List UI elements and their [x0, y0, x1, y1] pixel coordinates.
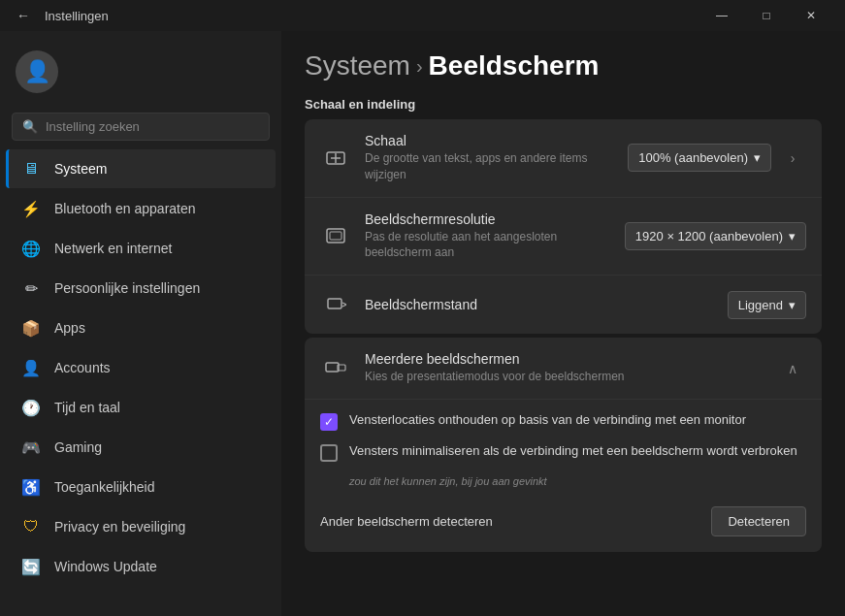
meerdere-text: Meerdere beeldschermen Kies de presentat… — [365, 351, 765, 385]
checkbox-vensters-minimaliseren-input[interactable] — [320, 444, 338, 462]
sidebar-item-label: Tijd en taal — [54, 400, 120, 415]
sidebar-item-persoonlijk[interactable]: ✏ Persoonlijke instellingen — [6, 269, 276, 308]
back-button[interactable]: ← — [12, 4, 35, 27]
accounts-icon: 👤 — [21, 358, 41, 377]
close-button[interactable]: ✕ — [789, 0, 833, 31]
netwerk-icon: 🌐 — [21, 239, 41, 258]
stand-value: Liggend — [738, 298, 783, 312]
stand-dropdown[interactable]: Liggend ▾ — [728, 291, 806, 319]
avatar: 👤 — [16, 50, 58, 93]
sidebar-item-bluetooth[interactable]: ⚡ Bluetooth en apparaten — [6, 189, 276, 228]
sidebar-item-label: Privacy en beveiliging — [54, 519, 185, 535]
schaal-arrow-right[interactable]: › — [779, 145, 806, 172]
detect-row: Ander beeldscherm detecteren Detecteren — [320, 499, 806, 540]
sidebar-item-apps[interactable]: 📦 Apps — [6, 308, 276, 347]
breadcrumb: Systeem › Beeldscherm — [305, 50, 822, 81]
display-settings-card: Schaal De grootte van tekst, apps en and… — [305, 119, 822, 334]
schaal-icon — [320, 143, 351, 174]
checkbox-unchecked-icon — [320, 444, 338, 462]
schaal-value: 100% (aanbevolen) — [638, 150, 748, 165]
checkbox-vensterlocaties-input[interactable]: ✓ — [320, 413, 338, 431]
sidebar-item-systeem[interactable]: 🖥 Systeem — [6, 149, 276, 188]
resolutie-control: 1920 × 1200 (aanbevolen) ▾ — [625, 222, 806, 250]
svg-rect-6 — [326, 363, 339, 372]
schaal-desc: De grootte van tekst, apps en andere ite… — [365, 150, 614, 183]
sidebar-nav: 🖥 Systeem ⚡ Bluetooth en apparaten 🌐 Net… — [0, 148, 281, 608]
app-title: Instellingen — [45, 9, 109, 23]
maximize-button[interactable]: □ — [744, 0, 789, 31]
detect-label: Ander beeldscherm detecteren — [320, 514, 493, 529]
resolutie-row: Beeldschermresolutie Pas de resolutie aa… — [305, 198, 822, 276]
meerdere-icon — [320, 353, 351, 384]
resolutie-dropdown[interactable]: 1920 × 1200 (aanbevolen) ▾ — [625, 222, 806, 250]
breadcrumb-parent: Systeem — [305, 50, 410, 81]
meerdere-body: ✓ Vensterlocaties onthouden op basis van… — [305, 400, 822, 552]
sidebar-item-label: Windows Update — [54, 559, 157, 574]
sidebar-item-windows-update[interactable]: 🔄 Windows Update — [6, 547, 276, 586]
schaal-dropdown[interactable]: 100% (aanbevolen) ▾ — [628, 144, 771, 172]
schaal-text: Schaal De grootte van tekst, apps en and… — [365, 133, 614, 183]
search-icon: 🔍 — [22, 119, 38, 134]
meerdere-label: Meerdere beeldschermen — [365, 351, 765, 367]
minimize-button[interactable]: — — [699, 0, 744, 31]
svg-rect-5 — [328, 299, 341, 308]
sidebar-item-netwerk[interactable]: 🌐 Netwerk en internet — [6, 229, 276, 268]
svg-rect-4 — [330, 232, 341, 240]
schaal-row: Schaal De grootte van tekst, apps en and… — [305, 119, 822, 198]
sidebar-user: 👤 — [0, 39, 281, 109]
stand-row: Beeldschermstand Liggend ▾ — [305, 276, 822, 334]
meerdere-header: Meerdere beeldschermen Kies de presentat… — [305, 338, 822, 400]
title-bar-left: ← Instellingen — [12, 4, 690, 27]
tooltip-text: zou dit het kunnen zijn, bij jou aan gev… — [320, 473, 806, 487]
checkbox-vensterlocaties: ✓ Vensterlocaties onthouden op basis van… — [320, 411, 806, 431]
bluetooth-icon: ⚡ — [21, 199, 41, 218]
checkbox-vensterlocaties-label: Vensterlocaties onthouden op basis van d… — [349, 411, 746, 429]
meerdere-section: Meerdere beeldschermen Kies de presentat… — [305, 338, 822, 552]
sidebar: 👤 🔍 🖥 Systeem ⚡ Bluetooth en apparaten 🌐… — [0, 31, 281, 616]
schaal-control: 100% (aanbevolen) ▾ › — [628, 144, 806, 172]
search-input[interactable] — [46, 119, 259, 134]
privacy-icon: 🛡 — [21, 517, 41, 536]
persoonlijk-icon: ✏ — [21, 278, 41, 298]
sidebar-item-label: Persoonlijke instellingen — [54, 280, 200, 296]
toegankelijkheid-icon: ♿ — [21, 477, 41, 497]
sidebar-item-privacy[interactable]: 🛡 Privacy en beveiliging — [6, 507, 276, 546]
resolutie-value: 1920 × 1200 (aanbevolen) — [635, 229, 783, 243]
schaal-label: Schaal — [365, 133, 614, 148]
chevron-down-icon: ▾ — [754, 150, 761, 165]
checkbox-vensters-minimaliseren: Vensters minimaliseren als de verbinding… — [320, 442, 806, 462]
systeem-icon: 🖥 — [21, 159, 41, 178]
sidebar-item-gaming[interactable]: 🎮 Gaming — [6, 428, 276, 467]
detect-button[interactable]: Detecteren — [711, 506, 806, 536]
title-bar: ← Instellingen — □ ✕ — [0, 0, 845, 31]
sidebar-item-accounts[interactable]: 👤 Accounts — [6, 348, 276, 387]
meerdere-desc: Kies de presentatiemodus voor de beeldsc… — [365, 369, 765, 385]
checkbox-vensters-minimaliseren-label: Vensters minimaliseren als de verbinding… — [349, 442, 797, 460]
stand-label: Beeldschermstand — [365, 297, 714, 312]
tijd-icon: 🕐 — [21, 398, 41, 417]
chevron-down-icon: ▾ — [789, 229, 796, 243]
window-controls: — □ ✕ — [699, 0, 833, 31]
sidebar-item-label: Systeem — [54, 161, 107, 177]
sidebar-item-label: Apps — [54, 320, 85, 336]
sidebar-item-label: Gaming — [54, 439, 102, 455]
main-content: Systeem › Beeldscherm Schaal en indeling… — [281, 31, 845, 616]
sidebar-item-toegankelijkheid[interactable]: ♿ Toegankelijkheid — [6, 468, 276, 506]
checkbox-checked-icon: ✓ — [320, 413, 338, 431]
meerdere-collapse-button[interactable]: ∧ — [779, 355, 806, 382]
app-body: 👤 🔍 🖥 Systeem ⚡ Bluetooth en apparaten 🌐… — [0, 31, 845, 616]
sidebar-item-tijd[interactable]: 🕐 Tijd en taal — [6, 388, 276, 427]
stand-icon — [320, 289, 351, 320]
sidebar-item-label: Netwerk en internet — [54, 241, 172, 256]
search-box[interactable]: 🔍 — [12, 113, 270, 141]
breadcrumb-current: Beeldscherm — [429, 50, 600, 81]
sidebar-item-label: Toegankelijkheid — [54, 479, 155, 495]
section-title: Schaal en indeling — [305, 97, 822, 112]
resolutie-icon — [320, 220, 351, 251]
sidebar-item-label: Bluetooth en apparaten — [54, 201, 196, 216]
resolutie-label: Beeldschermresolutie — [365, 211, 611, 227]
gaming-icon: 🎮 — [21, 438, 41, 457]
windows-update-icon: 🔄 — [21, 557, 41, 576]
apps-icon: 📦 — [21, 318, 41, 338]
resolutie-desc: Pas de resolutie aan het aangesloten bee… — [365, 229, 611, 262]
